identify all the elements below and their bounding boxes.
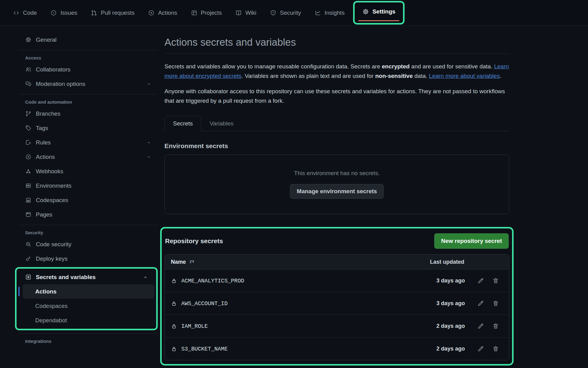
play-icon — [25, 154, 32, 160]
lock-icon — [171, 301, 177, 307]
sidebar-item-label: Moderation options — [36, 81, 85, 87]
sidebar-item-label: Environments — [36, 182, 71, 189]
repo-tab-label: Code — [23, 10, 37, 16]
sidebar-item-tags[interactable]: Tags — [18, 121, 158, 135]
repo-tab-security[interactable]: Security — [265, 5, 306, 21]
sidebar-item-label: Deploy keys — [36, 255, 68, 262]
sidebar-divider — [19, 225, 157, 225]
intro-bold-text: non-sensitive — [375, 73, 413, 79]
repo-tab-label: Wiki — [245, 10, 256, 16]
gear-icon — [25, 36, 32, 43]
environment-empty-text: This environment has no secrets. — [294, 170, 380, 177]
intro-paragraph: Secrets and variables allow you to manag… — [164, 62, 509, 81]
repo-tab-bar: CodeIssuesPull requestsActionsProjectsWi… — [0, 0, 588, 26]
edit-secret-button[interactable] — [477, 323, 484, 330]
repo-tab-pull-requests[interactable]: Pull requests — [86, 5, 139, 21]
sidebar-item-branches[interactable]: Branches — [18, 106, 158, 121]
trash-icon — [492, 277, 499, 284]
page-title: Actions secrets and variables — [164, 36, 509, 48]
repo-tab-projects[interactable]: Projects — [186, 5, 227, 21]
sidebar-item-label: Actions — [36, 154, 55, 160]
repo-tab-wiki[interactable]: Wiki — [230, 5, 261, 21]
name-column-header[interactable]: Name — [171, 259, 195, 265]
sidebar-item-general[interactable]: General — [18, 33, 158, 47]
key-icon — [25, 255, 32, 262]
secret-name: ACME_ANALYTICS_PROD — [181, 278, 244, 284]
codespaces-icon — [25, 197, 32, 203]
secret-name: IAM_ROLE — [181, 323, 208, 329]
tag-icon — [25, 125, 32, 131]
branch-icon — [25, 110, 32, 117]
table-icon — [191, 10, 198, 16]
pencil-icon — [477, 345, 484, 352]
sidebar-subitem-label: Codespaces — [35, 303, 68, 309]
sidebar-item-label: Collaborators — [36, 66, 70, 73]
sidebar-item-moderation-options[interactable]: Moderation options — [18, 77, 158, 91]
sidebar-item-label: Rules — [36, 139, 51, 146]
github-settings-page: CodeIssuesPull requestsActionsProjectsWi… — [0, 0, 588, 368]
link-learn-variables[interactable]: Learn more about variables — [429, 73, 500, 79]
rules-icon — [25, 139, 32, 146]
settings-sidebar: GeneralAccessCollaboratorsModeration opt… — [18, 26, 158, 346]
secret-row: ACME_ANALYTICS_PROD3 days ago — [165, 270, 509, 292]
repo-tab-actions[interactable]: Actions — [143, 5, 182, 21]
repo-tab-label: Actions — [158, 10, 177, 16]
edit-secret-button[interactable] — [477, 345, 484, 352]
shield-icon — [270, 10, 277, 16]
sidebar-subitem-actions[interactable]: Actions — [23, 284, 154, 299]
delete-secret-button[interactable] — [492, 300, 499, 307]
annotation-settings-highlight: Settings — [353, 1, 405, 25]
webhook-icon — [25, 168, 32, 174]
intro-text: Secrets and variables allow you to manag… — [164, 63, 382, 70]
repository-secrets-heading: Repository secrets — [165, 237, 223, 245]
delete-secret-button[interactable] — [492, 323, 499, 330]
edit-secret-button[interactable] — [477, 300, 484, 307]
secret-name: AWS_ACCOUNT_ID — [181, 301, 228, 307]
sidebar-item-label: Branches — [36, 110, 60, 117]
repo-tab-issues[interactable]: Issues — [45, 5, 82, 21]
sidebar-subitem-codespaces[interactable]: Codespaces — [23, 299, 154, 313]
pencil-icon — [477, 300, 484, 307]
repo-tab-settings[interactable]: Settings — [357, 4, 400, 19]
graph-icon — [315, 10, 321, 16]
pencil-icon — [477, 323, 484, 330]
repository-secrets-table: Name Last updated ACME_ANALYTICS_PROD3 d… — [164, 254, 509, 360]
delete-secret-button[interactable] — [492, 277, 499, 284]
repo-tab-label: Issues — [60, 10, 77, 16]
new-repository-secret-button[interactable]: New repository secret — [434, 233, 509, 249]
sidebar-item-code-security[interactable]: Code security — [18, 237, 158, 251]
secret-row: IAM_ROLE2 days ago — [165, 315, 509, 337]
selected-indicator-bar — [18, 287, 20, 296]
sidebar-item-deploy-keys[interactable]: Deploy keys — [18, 251, 158, 266]
sidebar-item-webhooks[interactable]: Webhooks — [18, 164, 158, 178]
edit-secret-button[interactable] — [477, 277, 484, 284]
intro-text: . — [500, 73, 501, 79]
sort-ascending-icon — [189, 259, 195, 265]
delete-secret-button[interactable] — [492, 345, 499, 352]
sidebar-item-pages[interactable]: Pages — [18, 207, 158, 222]
sidebar-section-access: Access — [18, 55, 158, 60]
sidebar-item-label: General — [36, 36, 57, 43]
intro-text: . Variables are shown as plain text and … — [241, 73, 375, 79]
repo-tab-code[interactable]: Code — [8, 5, 42, 21]
sidebar-item-codespaces[interactable]: Codespaces — [18, 193, 158, 207]
secret-name: S3_BUCKET_NAME — [181, 346, 228, 352]
tab-variables[interactable]: Variables — [201, 116, 242, 131]
table-header-row: Name Last updated — [165, 255, 509, 270]
sidebar-item-actions[interactable]: Actions — [18, 150, 158, 164]
sidebar-divider — [19, 50, 157, 50]
secret-last-updated: 3 days ago — [425, 278, 465, 284]
repo-tab-insights[interactable]: Insights — [310, 5, 349, 21]
tab-secrets[interactable]: Secrets — [164, 116, 201, 131]
code-icon — [13, 10, 20, 16]
lock-icon — [171, 323, 177, 329]
sidebar-item-environments[interactable]: Environments — [18, 178, 158, 193]
sidebar-item-collaborators[interactable]: Collaborators — [18, 62, 158, 77]
sidebar-item-secrets-and-variables[interactable]: Secrets and variables — [18, 270, 154, 284]
manage-environment-secrets-button[interactable]: Manage environment secrets — [290, 184, 384, 199]
sidebar-subitem-dependabot[interactable]: Dependabot — [23, 313, 154, 328]
fork-notice-paragraph: Anyone with collaborator access to this … — [164, 86, 509, 105]
secret-row: AWS_ACCOUNT_ID3 days ago — [165, 292, 509, 315]
sidebar-item-label: Codespaces — [36, 197, 68, 204]
sidebar-item-rules[interactable]: Rules — [18, 135, 158, 150]
